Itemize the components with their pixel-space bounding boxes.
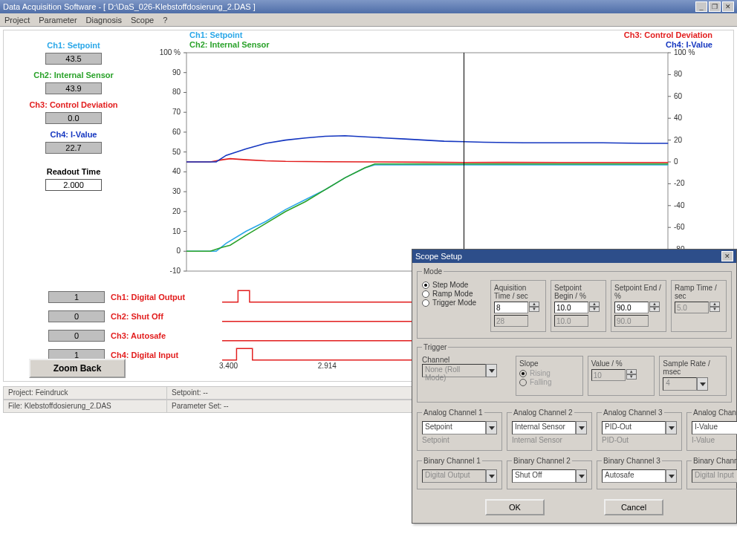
menu-parameter[interactable]: Parameter — [39, 16, 77, 25]
ac4-legend: Analog Channel 4 — [692, 408, 737, 417]
ac4-sublabel: I-Value — [692, 436, 737, 444]
svg-text:80: 80 — [172, 88, 181, 96]
sp-end-input[interactable] — [614, 302, 649, 313]
svg-text:-60: -60 — [674, 223, 685, 231]
sp-begin-spin[interactable]: ▲▼ — [589, 302, 600, 313]
header-ch3: Ch3: Control Deviation — [624, 30, 712, 39]
chevron-down-icon[interactable] — [486, 421, 497, 434]
svg-text:20: 20 — [172, 207, 181, 215]
svg-text:80: 80 — [674, 70, 683, 78]
acq-time-spin[interactable]: ▲▼ — [529, 302, 539, 313]
ac3-legend: Analog Channel 3 — [602, 408, 664, 417]
x-tick: 3.400 — [219, 362, 318, 377]
svg-text:50: 50 — [172, 148, 181, 156]
acq-time-input[interactable] — [494, 302, 528, 313]
chevron-down-icon — [697, 377, 708, 391]
sp-begin-label: Setpoint Begin / % — [554, 284, 603, 300]
main-titlebar[interactable]: Data Acquisition Software - [ D:\DaS_026… — [0, 0, 737, 13]
svg-text:60: 60 — [172, 128, 181, 136]
svg-text:30: 30 — [172, 187, 181, 195]
cancel-button[interactable]: Cancel — [604, 499, 663, 515]
readout-time-value: 2.000 — [45, 179, 102, 191]
ac3-combo[interactable]: PID-Out — [602, 421, 677, 434]
zoom-back-button[interactable]: Zoom Back — [29, 359, 126, 378]
svg-text:-10: -10 — [170, 267, 181, 275]
bc2-legend: Binary Channel 2 — [512, 457, 572, 465]
ch2-value: 43.9 — [45, 82, 102, 94]
sp-end-lower — [614, 315, 649, 327]
x-tick: 2.914 — [318, 362, 417, 377]
svg-text:60: 60 — [674, 92, 683, 100]
chevron-down-icon[interactable] — [666, 421, 677, 434]
ramp-time-input — [675, 302, 709, 313]
digital-label: Ch4: Digital Input — [111, 351, 222, 359]
svg-text:-20: -20 — [674, 179, 685, 187]
svg-text:0: 0 — [176, 247, 181, 255]
ch1-label: Ch1: Setpoint — [7, 41, 140, 50]
bc3-combo[interactable]: Autosafe — [602, 469, 677, 483]
bc4-combo: Digital Input — [692, 469, 737, 483]
svg-text:20: 20 — [674, 136, 683, 144]
ac3-sublabel: PID-Out — [602, 436, 677, 444]
sample-rate-label: Sample Rate / msec — [663, 359, 723, 376]
radio-trigger-mode[interactable]: Trigger Mode — [422, 299, 486, 307]
mode-groupbox: Mode Step Mode Ramp Mode Trigger Mode Aq… — [417, 267, 732, 339]
svg-text:0: 0 — [674, 157, 678, 166]
menu-bar: Project Parameter Diagnosis Scope ? — [0, 13, 737, 27]
sp-begin-lower — [554, 315, 588, 327]
sp-end-label: Setpoint End / % — [614, 284, 663, 300]
sp-begin-input[interactable] — [554, 302, 588, 313]
chevron-down-icon[interactable] — [576, 421, 587, 434]
trigger-legend: Trigger — [422, 343, 448, 351]
ch1-value: 43.5 — [45, 53, 102, 65]
acq-time-lower — [494, 315, 528, 327]
bc4-legend: Binary Channel 4 — [692, 457, 737, 465]
ramp-time-spin: ▲▼ — [710, 302, 720, 313]
scope-plot[interactable]: 100 %9080706050403020100-10100 %80604020… — [152, 48, 702, 279]
svg-text:10: 10 — [172, 227, 181, 235]
menu-help[interactable]: ? — [163, 16, 167, 25]
ac1-combo[interactable]: Setpoint — [422, 421, 497, 434]
digital-label: Ch2: Shut Off — [111, 312, 222, 321]
ch3-value: 0.0 — [45, 112, 102, 124]
ac2-legend: Analog Channel 2 — [512, 408, 574, 417]
radio-step-mode[interactable]: Step Mode — [422, 281, 486, 289]
radio-slope-rising: Rising — [519, 369, 579, 377]
radio-ramp-mode[interactable]: Ramp Mode — [422, 290, 486, 298]
trigger-value-spin: ▲▼ — [626, 369, 637, 381]
chevron-down-icon — [486, 469, 497, 483]
menu-diagnosis[interactable]: Diagnosis — [86, 16, 122, 25]
ch2-label: Ch2: Internal Sensor — [7, 71, 140, 79]
bc1-legend: Binary Channel 1 — [422, 457, 482, 465]
chevron-down-icon[interactable] — [666, 469, 677, 483]
digital-label: Ch1: Digital Output — [111, 293, 222, 302]
ramp-time-label: Ramp Time / sec — [675, 284, 723, 300]
chevron-down-icon[interactable] — [576, 469, 587, 483]
svg-text:70: 70 — [172, 108, 181, 116]
acq-time-label: Aquisition Time / sec — [494, 284, 542, 300]
menu-project[interactable]: Project — [4, 16, 30, 25]
header-ch1: Ch1: Setpoint — [189, 30, 243, 39]
readout-time-label: Readout Time — [7, 167, 140, 176]
maximize-button[interactable]: ❐ — [709, 1, 721, 12]
sp-end-spin[interactable]: ▲▼ — [649, 302, 660, 313]
svg-text:-40: -40 — [674, 201, 685, 209]
dialog-close-button[interactable]: ✕ — [721, 251, 733, 261]
ac4-combo[interactable]: I-Value — [692, 421, 737, 434]
trigger-value-label: Value / % — [591, 359, 652, 368]
close-button[interactable]: ✕ — [722, 1, 734, 12]
svg-text:40: 40 — [172, 167, 181, 175]
chevron-down-icon — [486, 364, 497, 377]
dialog-titlebar[interactable]: Scope Setup ✕ — [412, 250, 736, 263]
ac1-sublabel: Setpoint — [422, 436, 497, 444]
trigger-channel-combo: None (Roll Mode) — [422, 364, 511, 377]
menu-scope[interactable]: Scope — [131, 16, 154, 25]
mode-legend: Mode — [422, 267, 444, 276]
minimize-button[interactable]: _ — [695, 1, 707, 12]
ac2-combo[interactable]: Internal Sensor — [512, 421, 587, 434]
window-title: Data Acquisition Software - [ D:\DaS_026… — [3, 2, 256, 11]
bc2-combo[interactable]: Shut Off — [512, 469, 587, 483]
ac2-sublabel: Internal Sensor — [512, 436, 587, 444]
slope-label: Slope — [519, 359, 579, 368]
ok-button[interactable]: OK — [485, 499, 545, 515]
